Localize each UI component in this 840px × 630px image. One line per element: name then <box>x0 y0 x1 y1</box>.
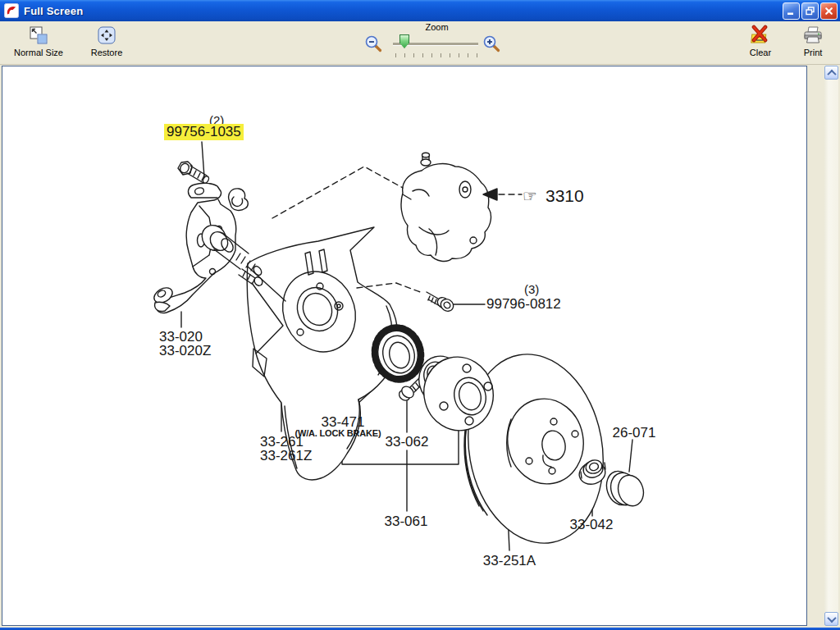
part-label-26-071[interactable]: 26-071 <box>597 425 671 441</box>
chevron-up-icon <box>827 69 836 78</box>
normal-size-button[interactable]: Normal Size <box>11 25 66 57</box>
restore-view-button[interactable]: Restore <box>79 25 135 57</box>
restore-view-label: Restore <box>91 48 123 57</box>
restore-view-icon <box>96 25 117 46</box>
part-label-33-061[interactable]: 33-061 <box>369 514 443 530</box>
print-button[interactable]: Print <box>790 25 836 57</box>
diagram-canvas: (2) 99756-1035 ☞ 3310 (3) 99796-0812 33-… <box>2 66 807 626</box>
part-label-33-251A[interactable]: 33-251A <box>468 553 550 569</box>
bolt-99796-drawing[interactable] <box>427 292 456 313</box>
chevron-down-icon <box>827 613 836 622</box>
clear-label: Clear <box>750 48 771 57</box>
part-label-33-261Z[interactable]: 33-261Z <box>260 448 312 464</box>
clear-highlight-icon <box>750 25 771 46</box>
normal-size-icon <box>28 25 49 46</box>
close-button[interactable] <box>820 2 838 20</box>
title-bar: Full Screen <box>0 0 840 21</box>
part-label-99796-0812[interactable]: 99796-0812 <box>486 296 561 313</box>
zoom-control: Zoom <box>353 21 521 64</box>
zoom-slider-ticks <box>395 53 477 57</box>
brake-caliper-drawing[interactable] <box>401 153 491 261</box>
grease-cap-drawing[interactable] <box>602 468 647 509</box>
parts-diagram <box>2 66 807 626</box>
part-label-33-020Z[interactable]: 33-020Z <box>159 343 211 359</box>
app-logo-icon <box>4 3 19 18</box>
part-label-33-042[interactable]: 33-042 <box>555 517 628 533</box>
clear-button[interactable]: Clear <box>737 25 783 57</box>
part-label-33-062[interactable]: 33-062 <box>370 434 444 450</box>
zoom-label: Zoom <box>353 22 521 32</box>
part-label-3310[interactable]: 3310 <box>546 186 584 206</box>
normal-size-label: Normal Size <box>14 48 63 57</box>
zoom-in-icon[interactable] <box>482 34 500 52</box>
minimize-button[interactable] <box>783 2 800 20</box>
scroll-up-button[interactable] <box>824 66 838 80</box>
print-icon <box>802 25 824 46</box>
pointer-hand-icon: ☞ <box>523 186 537 206</box>
qty-99796-0812: (3) <box>524 282 539 296</box>
zoom-out-icon[interactable] <box>364 34 382 52</box>
part-label-99756-1035[interactable]: 99756-1035 <box>164 124 244 140</box>
zoom-slider-thumb[interactable] <box>399 34 409 48</box>
vertical-scrollbar[interactable] <box>824 66 838 626</box>
toolbar: Normal Size Restore Zoom <box>0 21 840 65</box>
print-label: Print <box>804 48 823 57</box>
window-title: Full Screen <box>24 5 781 17</box>
restore-window-button[interactable] <box>801 2 819 20</box>
content-area: (2) 99756-1035 ☞ 3310 (3) 99796-0812 33-… <box>0 65 840 628</box>
scroll-down-button[interactable] <box>824 612 838 626</box>
bolt-99756-drawing[interactable] <box>178 162 210 184</box>
